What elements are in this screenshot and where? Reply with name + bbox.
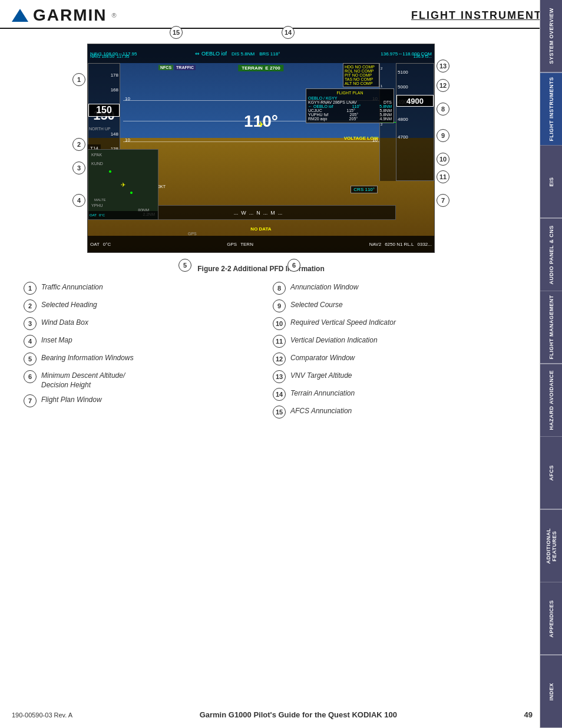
legend-text-1: Traffic Annunciation	[41, 282, 103, 292]
legend-item-9: 9 Selected Course	[273, 299, 498, 312]
legend-text-8: Annunciation Window	[290, 282, 358, 292]
legend-text-15: AFCS Annunciation	[290, 406, 352, 416]
sidebar-tab-hazard-avoidance[interactable]: HAZARD AVOIDANCE	[540, 364, 562, 437]
main-content: NAV1 108.00↔117.95 NAV2 108.00 117.95 ⇔ …	[0, 29, 540, 430]
sidebar-tab-audio-label: AUDIO PANEL & CNS	[548, 225, 554, 284]
legend-item-3: 3 Wind Data Box	[24, 317, 249, 330]
pfd-fp-title: FLIGHT PLAN	[308, 91, 392, 95]
pfd-ann-rol: ROL NO COMP	[345, 69, 378, 73]
callout-13: 13	[437, 60, 449, 73]
legend-num-14: 14	[273, 388, 286, 401]
sidebar-tab-index[interactable]: INDEX	[540, 655, 562, 729]
sidebar-tab-system[interactable]: SYSTEM OVERVIEW	[540, 0, 562, 73]
callout-11: 11	[437, 170, 449, 183]
pfd-cdi: ⇔ OEBLO iof	[195, 51, 227, 57]
sidebar-tab-eis-label: EIS	[548, 177, 554, 186]
legend-num-9: 9	[273, 299, 286, 312]
callout-3: 3	[72, 162, 85, 174]
pfd-bottom-freq: 6250 N1 RL.L	[385, 242, 414, 247]
sidebar-tab-additional-label: ADDITIONAL FEATURES	[546, 512, 557, 580]
callout-4: 4	[72, 194, 85, 207]
pfd-terrain-badge: TERRAIN E 2700	[238, 65, 283, 71]
legend-num-8: 8	[273, 282, 286, 295]
callout-1: 1	[72, 73, 85, 86]
sidebar-tab-system-label: SYSTEM OVERVIEW	[548, 8, 554, 64]
sidebar-tab-flight-label: FLIGHT INSTRUMENTS	[548, 77, 554, 141]
legend-num-6: 6	[24, 370, 37, 383]
pfd-inset-malte-label: MALTE	[94, 198, 106, 202]
figure-caption: Figure 2-2 Additional PFD Information	[12, 265, 510, 273]
pfd-inset-waypoint-2: KUND	[91, 162, 103, 166]
legend-item-12: 12 Comparator Window	[273, 353, 498, 365]
legend-item-8: 8 Annunciation Window	[273, 282, 498, 295]
pfd-dis: DIS 5.8NM	[232, 51, 254, 57]
legend-num-13: 13	[273, 370, 286, 383]
pfd-crs-box: CRS 110°	[351, 186, 378, 193]
pfd-ann-alt: ALT NO COMP	[345, 81, 378, 85]
pfd-north-up: NORTH UP	[89, 127, 110, 131]
legend-text-2: Selected Heading	[41, 299, 97, 310]
page-header: GARMIN ® FLIGHT INSTRUMENTS	[0, 0, 562, 29]
pfd-bottom-nav2: NAV2	[369, 242, 381, 247]
pfd-gps-label: GPS	[188, 232, 197, 236]
legend-text-14: Terrain Annunciation	[290, 388, 355, 398]
page-footer: 190-00590-03 Rev. A Garmin G1000 Pilot's…	[12, 710, 533, 719]
pfd-ann-hdg: HDG NO COMP	[345, 65, 378, 69]
pfd-altitude-tape: 5100 5000 4900 4800 4700 4900	[396, 63, 434, 181]
footer-part-number: 190-00590-03 Rev. A	[12, 711, 72, 719]
legend-container: 1 Traffic Annunciation 2 Selected Headin…	[12, 282, 510, 419]
pfd-inset-waypoint-3: YPHU	[91, 203, 103, 207]
pfd-bottom-gps: GPS	[227, 242, 237, 247]
sidebar-tab-flight-instruments[interactable]: FLIGHT INSTRUMENTS	[540, 73, 562, 146]
page-title: FLIGHT INSTRUMENTS	[411, 9, 550, 22]
garmin-wordmark: GARMIN	[33, 6, 107, 25]
pfd-inset-map: KPAK KUND YPHU 2.2NM 80NM ✈ MALTE OAT0°C	[88, 149, 158, 220]
pfd-inset-dot-1	[109, 170, 111, 173]
legend-text-10: Required Vertical Speed Indicator	[290, 317, 396, 328]
legend-text-3: Wind Data Box	[41, 317, 88, 328]
legend-item-11: 11 Vertical Deviation Indication	[273, 335, 498, 348]
pfd-fp-header: KGYY-RNAV 286PS LNAVDTS	[308, 100, 392, 104]
pfd-no-data-label: NO DATA	[250, 226, 271, 232]
sidebar-tab-flight-management[interactable]: FLIGHT MANAGEMENT	[540, 291, 562, 364]
pfd-ann-pit: PIT NO COMP	[345, 73, 378, 77]
sidebar-tab-appendices[interactable]: APPENDICES	[540, 582, 562, 655]
legend-text-12: Comparator Window	[290, 353, 355, 363]
callout-15: 15	[170, 26, 183, 39]
sidebar-tab-eis[interactable]: EIS	[540, 146, 562, 219]
callout-5: 5	[178, 259, 191, 272]
garmin-triangle-icon	[12, 9, 28, 22]
sidebar-tab-audio[interactable]: AUDIO PANEL & CNS	[540, 219, 562, 292]
pfd-fp-row-2: UCJUC115°5.8NM	[308, 108, 392, 113]
pfd-inset-waypoint-1: KPAK	[91, 153, 102, 157]
legend-text-5: Bearing Information Windows	[41, 353, 134, 363]
legend-right-column: 8 Annunciation Window 9 Selected Course …	[273, 282, 498, 419]
legend-text-11: Vertical Deviation Indication	[290, 335, 378, 345]
legend-num-12: 12	[273, 353, 286, 365]
pfd-fp-row-3: YUPHU fuf205°5.8NM	[308, 113, 392, 117]
legend-text-13: VNV Target Altitude	[290, 370, 352, 381]
pfd-inset-dot-2	[130, 192, 133, 194]
legend-num-4: 4	[24, 335, 37, 348]
sidebar-tab-afcs[interactable]: AFCS	[540, 437, 562, 510]
pfd-bottom-code: 0332...	[418, 242, 432, 247]
legend-num-2: 2	[24, 299, 37, 312]
pfd-heading-tape: ... W ... N ... M ...	[120, 205, 396, 220]
pfd-status-badges: NFCS TRAFFIC	[158, 65, 196, 70]
pfd-pitch-line-m10	[123, 141, 379, 142]
pfd-display: NAV1 108.00↔117.95 NAV2 108.00 117.95 ⇔ …	[87, 44, 435, 253]
legend-num-15: 15	[273, 406, 286, 419]
sidebar-tab-afcs-label: AFCS	[548, 465, 554, 481]
legend-text-7: Flight Plan Window	[41, 394, 102, 405]
pfd-fp-row-4: RM20 aqo205°4.9NM	[308, 117, 392, 121]
footer-page-number: 49	[524, 710, 533, 719]
legend-item-6: 6 Minimum Descent Altitude/Decision Heig…	[24, 370, 249, 390]
footer-document-title: Garmin G1000 Pilot's Guide for the Quest…	[200, 710, 397, 719]
pfd-bottom-tern: TERN	[240, 242, 253, 247]
legend-item-2: 2 Selected Heading	[24, 299, 249, 312]
sidebar-tab-appendices-label: APPENDICES	[548, 600, 554, 638]
callout-2: 2	[72, 138, 85, 151]
pfd-ann-tas: TAS NO COMP	[345, 77, 378, 81]
sidebar-tab-additional-features[interactable]: ADDITIONAL FEATURES	[540, 510, 562, 583]
legend-item-7: 7 Flight Plan Window	[24, 394, 249, 407]
